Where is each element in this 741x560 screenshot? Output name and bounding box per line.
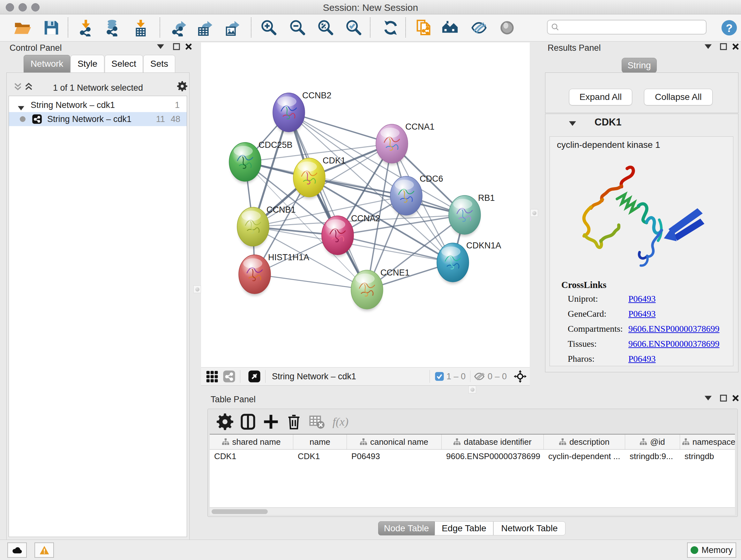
export-image-icon[interactable] [223, 18, 242, 37]
node-CDK1[interactable]: CDK1 [293, 156, 346, 199]
memory-button[interactable]: Memory [687, 543, 736, 558]
grid-view-icon[interactable] [205, 370, 218, 383]
column-header-namespace[interactable]: namespace [680, 435, 735, 449]
warnings-button[interactable] [35, 543, 54, 558]
tab-network[interactable]: Network [23, 55, 70, 73]
tab-network-table[interactable]: Network Table [493, 521, 565, 536]
eye-slash-icon[interactable] [470, 18, 488, 37]
gene-expander-icon[interactable] [569, 121, 576, 126]
column-header--id[interactable]: @id [625, 435, 680, 449]
control-panel-float-button[interactable] [173, 43, 180, 50]
table-panel-close-button[interactable] [732, 395, 739, 401]
help-icon[interactable]: ? [720, 18, 738, 37]
open-session-icon[interactable] [13, 18, 31, 37]
crosslink-link[interactable]: 9606.ENSP00000378699 [628, 324, 719, 334]
tab-edge-table[interactable]: Edge Table [434, 521, 493, 536]
export-network-icon[interactable] [170, 18, 189, 37]
document-share-icon[interactable] [415, 18, 433, 37]
node-CCNB2[interactable]: CCNB2 [273, 91, 332, 134]
hidden-eye-slash-icon[interactable] [473, 370, 486, 383]
cloud-button[interactable] [7, 543, 27, 558]
network-badge-icon[interactable] [223, 370, 235, 383]
toolbar-separator [370, 17, 370, 37]
table-panel-collapse-button[interactable] [704, 395, 712, 401]
import-network-file-icon[interactable] [77, 18, 95, 37]
table-cell[interactable]: CDK1 [210, 449, 293, 463]
left-splitter-handle[interactable] [193, 286, 201, 293]
table-cell[interactable]: P06493 [347, 449, 442, 463]
show-columns-icon[interactable] [240, 414, 256, 430]
crosslink-link[interactable]: 9606.ENSP00000378699 [628, 339, 719, 349]
zoom-selected-icon[interactable] [345, 18, 363, 37]
tab-node-table[interactable]: Node Table [378, 521, 434, 536]
table-horizontal-scrollbar[interactable] [210, 508, 735, 515]
table-panel-float-button[interactable] [720, 395, 727, 401]
edge-HIST1H1A-CCNE1[interactable] [255, 274, 367, 290]
tab-style[interactable]: Style [71, 55, 105, 73]
edge-CCNB2-CCNE1[interactable] [289, 112, 367, 290]
node-CDC6[interactable]: CDC6 [390, 174, 443, 217]
zoom-in-icon[interactable] [260, 18, 278, 37]
node-CCNB1[interactable]: CCNB1 [237, 205, 296, 248]
node-CCNE1[interactable]: CCNE1 [351, 268, 410, 311]
crosslink-link[interactable]: P06493 [628, 354, 656, 364]
table-cell[interactable]: 9606.ENSP00000378699 [442, 449, 544, 463]
column-header-canonical-name[interactable]: canonical name [347, 435, 442, 449]
search-input[interactable] [547, 20, 706, 35]
crosslink-link[interactable]: P06493 [628, 294, 656, 304]
crosslink-link[interactable]: P06493 [628, 309, 656, 319]
table-settings-gear-icon[interactable] [217, 414, 233, 430]
table-cell[interactable]: stringdb:9... [625, 449, 680, 463]
table-cell[interactable]: CDK1 [293, 449, 347, 463]
control-panel-collapse-button[interactable] [157, 43, 164, 50]
results-panel-close-button[interactable] [732, 43, 739, 50]
node-RB1[interactable]: RB1 [449, 193, 495, 236]
selected-checkbox-icon[interactable] [434, 370, 445, 383]
tab-string[interactable]: String [622, 58, 657, 73]
node-HIST1H1A[interactable]: HIST1H1A [239, 253, 309, 296]
control-panel-close-button[interactable] [185, 43, 192, 50]
column-header-database-identifier[interactable]: database identifier [442, 435, 544, 449]
right-splitter-handle[interactable] [530, 209, 538, 217]
node-CDC25B[interactable]: CDC25B [229, 140, 293, 183]
zoom-fit-icon[interactable] [317, 18, 335, 37]
network-options-gear-icon[interactable] [177, 81, 187, 91]
results-panel-collapse-button[interactable] [704, 43, 712, 50]
scrollbar-thumb[interactable] [212, 509, 268, 514]
import-table-icon[interactable] [131, 18, 150, 37]
crosslink-label: GeneCard: [568, 309, 628, 319]
tab-sets[interactable]: Sets [143, 55, 175, 73]
column-header-name[interactable]: name [293, 435, 347, 449]
table-row[interactable]: CDK1CDK1P064939606.ENSP00000378699cyclin… [210, 449, 735, 463]
table-panel: Table Panel f(x) shared namenamecanonica… [201, 393, 741, 540]
houses-icon[interactable] [441, 18, 460, 37]
toolbar-separator [68, 17, 68, 37]
edge-CCNA2-CDKN1A[interactable] [338, 235, 453, 262]
save-session-icon[interactable] [42, 18, 61, 37]
table-cell[interactable]: stringdb [680, 449, 735, 463]
column-header-shared-name[interactable]: shared name [210, 435, 293, 449]
import-network-database-icon[interactable] [103, 18, 121, 37]
export-table-icon[interactable] [196, 18, 215, 37]
network-canvas[interactable]: CCNB2 CCNA1 CDC25B CDK1 CDC6 RB1 [201, 43, 530, 370]
network-tree-row-selected[interactable]: String Network – cdk1 11 48 [9, 112, 187, 126]
zoom-out-icon[interactable] [288, 18, 307, 37]
node-label-CDK1: CDK1 [323, 156, 346, 165]
birdseye-view-icon[interactable] [248, 370, 261, 383]
node-CCNA1[interactable]: CCNA1 [376, 122, 434, 165]
add-column-icon[interactable] [263, 414, 279, 430]
expand-all-button[interactable]: Expand All [569, 89, 632, 105]
table-cell[interactable]: cyclin-dependent ... [544, 449, 625, 463]
tab-select[interactable]: Select [105, 55, 143, 73]
bottom-splitter-handle[interactable] [468, 386, 476, 393]
node-CCNA2[interactable]: CCNA2 [322, 213, 381, 257]
network-tree-root-row[interactable]: String Network – cdk1 1 [9, 98, 187, 112]
node-CDKN1A[interactable]: CDKN1A [437, 241, 501, 284]
results-panel-float-button[interactable] [720, 43, 727, 50]
delete-column-icon[interactable] [286, 414, 302, 430]
crosshair-icon[interactable] [514, 370, 527, 383]
collapse-all-button[interactable]: Collapse All [644, 89, 713, 105]
column-header-description[interactable]: description [544, 435, 625, 449]
orb-icon[interactable] [498, 18, 516, 37]
refresh-icon[interactable] [381, 18, 400, 37]
